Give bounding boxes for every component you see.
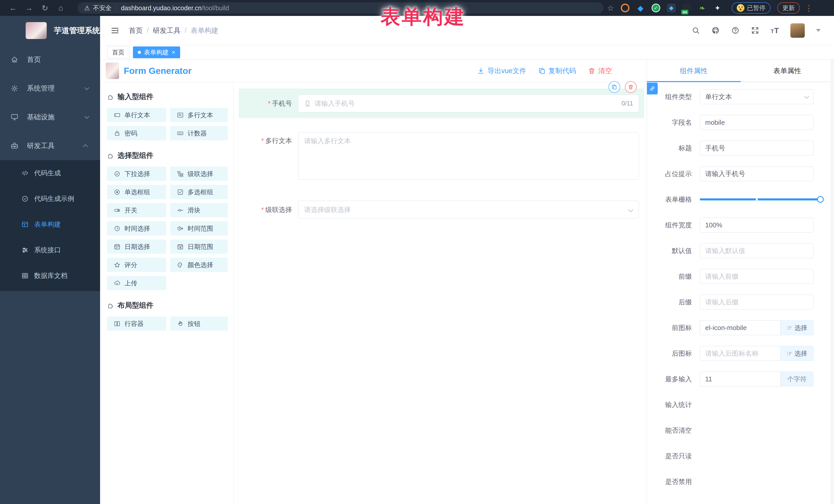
placeholder-input[interactable] bbox=[700, 166, 813, 181]
extension-icon[interactable]: ✦ bbox=[713, 4, 722, 12]
width-input[interactable] bbox=[700, 218, 813, 233]
slider-thumb[interactable] bbox=[817, 196, 824, 203]
export-vue-button[interactable]: 导出vue文件 bbox=[477, 66, 526, 75]
form-row-mobile-selected[interactable]: *手机号 请输入手机号 0/11 bbox=[239, 89, 644, 118]
columns-icon bbox=[114, 320, 120, 327]
palette-item-slider[interactable]: 滑块 bbox=[170, 203, 228, 217]
palette-item-switch[interactable]: 开关 bbox=[107, 203, 166, 217]
palette-item-password[interactable]: 密码 bbox=[107, 126, 166, 140]
title-input[interactable] bbox=[700, 140, 813, 155]
search-icon[interactable] bbox=[692, 26, 700, 35]
sidebar-item-system[interactable]: 系统管理 bbox=[0, 74, 100, 103]
section-title-text: 输入型组件 bbox=[117, 92, 153, 102]
sidebar-item-api[interactable]: 系统接口 bbox=[0, 237, 100, 263]
palette-item-radio-group[interactable]: 单选框组 bbox=[107, 185, 166, 199]
browser-menu-icon[interactable]: ⋮ bbox=[805, 4, 813, 13]
breadcrumb-devtools[interactable]: 研发工具 bbox=[153, 26, 181, 35]
field-name-input[interactable] bbox=[700, 115, 813, 130]
tab-form-props[interactable]: 表单属性 bbox=[741, 60, 834, 82]
copy-code-button[interactable]: 复制代码 bbox=[538, 66, 576, 75]
drawer-handle-button[interactable] bbox=[647, 83, 658, 94]
sidebar-item-codegen[interactable]: 代码生成 bbox=[0, 160, 100, 186]
form-grid-slider[interactable] bbox=[700, 198, 821, 200]
sidebar-item-infra[interactable]: 基础设施 bbox=[0, 103, 100, 131]
suffix-input[interactable] bbox=[700, 294, 813, 309]
palette-item-select[interactable]: 下拉选择 bbox=[107, 167, 166, 181]
extension-icon[interactable]: ◆ bbox=[667, 4, 676, 12]
sidebar-item-db-doc[interactable]: 数据库文档 bbox=[0, 263, 100, 288]
breadcrumb-home[interactable]: 首页 bbox=[129, 26, 143, 35]
sidebar-item-label: 系统接口 bbox=[34, 246, 61, 255]
palette-item-checkbox-group[interactable]: 多选框组 bbox=[170, 185, 228, 199]
sidebar-item-home[interactable]: 首页 bbox=[0, 45, 100, 74]
palette-item-time-picker[interactable]: 时间选择 bbox=[107, 221, 166, 236]
delete-field-button[interactable] bbox=[625, 81, 637, 93]
form-row-textarea[interactable]: *多行文本 bbox=[239, 132, 644, 180]
bookmark-star-icon[interactable]: ☆ bbox=[607, 4, 614, 13]
update-button[interactable]: 更新 bbox=[777, 2, 800, 14]
form-row-cascader[interactable]: *级联选择 请选择级联选择 bbox=[239, 201, 644, 219]
browser-back-icon[interactable]: ← bbox=[6, 4, 20, 12]
palette-item-color-picker[interactable]: 颜色选择 bbox=[170, 258, 228, 272]
cascader-select[interactable]: 请选择级联选择 bbox=[298, 201, 639, 219]
prop-row-field-name: 字段名 bbox=[647, 115, 834, 130]
help-icon[interactable] bbox=[731, 26, 740, 35]
tag-form-builder[interactable]: 表单构建 × bbox=[133, 46, 180, 58]
tab-component-props[interactable]: 组件属性 bbox=[647, 60, 741, 82]
user-menu-caret-icon[interactable] bbox=[816, 29, 821, 32]
breadcrumb: 首页 / 研发工具 / 表单构建 bbox=[129, 26, 218, 35]
suffix-icon-input[interactable] bbox=[700, 346, 781, 361]
palette-item-rate[interactable]: 评分 bbox=[107, 258, 166, 272]
palette-item-date-picker[interactable]: 日期选择 bbox=[107, 239, 166, 254]
prefix-input[interactable] bbox=[700, 269, 813, 284]
extension-icon[interactable]: on bbox=[682, 4, 691, 12]
palette-item-button[interactable]: 按钮 bbox=[170, 316, 228, 331]
choose-suffix-icon-button[interactable]: ☞选择 bbox=[781, 346, 813, 361]
paused-badge[interactable]: 已暂停 bbox=[731, 2, 771, 14]
palette-item-row-container[interactable]: 行容器 bbox=[107, 316, 166, 331]
prefix-icon-input[interactable] bbox=[700, 320, 781, 335]
not-secure-label[interactable]: 不安全 bbox=[93, 4, 111, 12]
extension-icon[interactable]: ◆ bbox=[636, 4, 645, 12]
app-logo[interactable]: 芋道管理系统 bbox=[0, 16, 100, 45]
max-length-input[interactable] bbox=[700, 372, 781, 387]
not-secure-warning-icon[interactable]: ⚠ bbox=[84, 4, 90, 12]
textarea-input[interactable] bbox=[298, 132, 639, 180]
user-avatar[interactable] bbox=[790, 23, 805, 38]
extension-icon[interactable] bbox=[621, 4, 630, 12]
scrollbar[interactable] bbox=[831, 60, 834, 504]
palette-item-upload[interactable]: 上传 bbox=[107, 276, 166, 290]
palette-item-time-range[interactable]: 时间范围 bbox=[170, 221, 228, 236]
palette-item-label: 时间选择 bbox=[125, 224, 150, 233]
github-icon[interactable] bbox=[711, 26, 720, 35]
address-bar[interactable]: ⚠ 不安全 dashboard.yudao.iocoder.cn /tool/b… bbox=[78, 2, 603, 14]
choose-prefix-icon-button[interactable]: ☞选择 bbox=[781, 320, 813, 335]
duplicate-field-button[interactable] bbox=[609, 81, 620, 93]
clear-button[interactable]: 清空 bbox=[588, 66, 612, 75]
default-value-input[interactable] bbox=[700, 243, 813, 258]
browser-forward-icon[interactable]: → bbox=[22, 4, 36, 12]
browser-reload-icon[interactable]: ↻ bbox=[38, 4, 52, 13]
fullscreen-icon[interactable] bbox=[751, 26, 759, 35]
palette-item-label: 按钮 bbox=[188, 320, 200, 328]
palette-item-counter[interactable]: 计数器 bbox=[170, 126, 228, 140]
collapse-sidebar-icon[interactable] bbox=[110, 26, 119, 35]
sidebar-item-codegen-demo[interactable]: 代码生成示例 bbox=[0, 186, 100, 212]
font-size-icon[interactable]: TT bbox=[771, 26, 779, 35]
palette-item-input[interactable]: 单行文本 bbox=[107, 108, 166, 122]
palette-grid: 行容器 按钮 bbox=[100, 316, 233, 331]
sidebar-item-form-builder[interactable]: 表单构建 bbox=[0, 212, 100, 237]
mobile-input[interactable]: 请输入手机号 0/11 bbox=[298, 94, 639, 112]
extension-icon[interactable]: ✓ bbox=[652, 4, 660, 12]
palette-item-date-range[interactable]: 日期范围 bbox=[170, 239, 228, 254]
component-type-select[interactable]: 单行文本 bbox=[700, 89, 813, 104]
extension-icon[interactable]: ❧ bbox=[698, 4, 706, 12]
palette-item-cascader[interactable]: 级联选择 bbox=[170, 167, 228, 181]
palette-item-textarea[interactable]: 多行文本 bbox=[170, 108, 228, 122]
tag-home[interactable]: 首页 bbox=[107, 46, 129, 58]
browser-home-icon[interactable]: ⌂ bbox=[54, 4, 68, 12]
palette-item-label: 计数器 bbox=[188, 129, 207, 137]
close-tag-icon[interactable]: × bbox=[172, 49, 175, 56]
sidebar-item-devtools[interactable]: 研发工具 bbox=[0, 131, 100, 160]
prop-label: 最多输入 bbox=[647, 375, 700, 384]
